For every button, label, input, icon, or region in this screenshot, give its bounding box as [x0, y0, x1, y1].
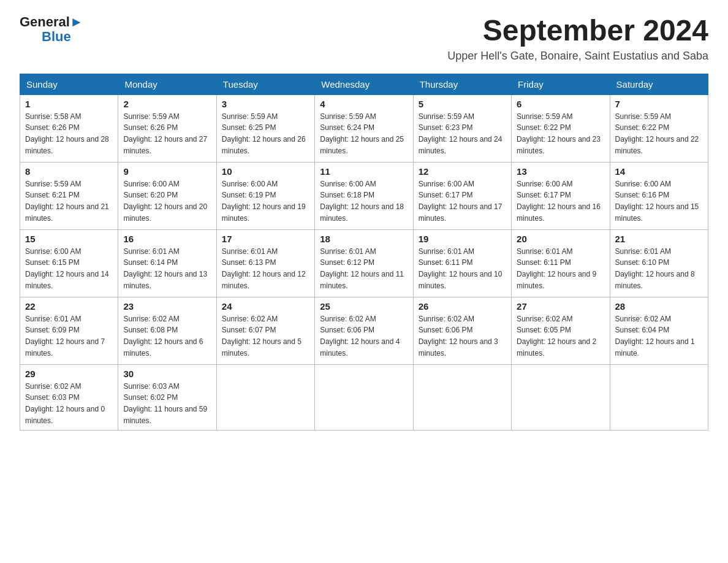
day-number: 29	[25, 369, 113, 379]
logo-blue: Blue	[42, 29, 71, 44]
calendar-day-cell: 26 Sunrise: 6:02 AMSunset: 6:06 PMDaylig…	[413, 297, 511, 364]
day-info: Sunrise: 5:59 AMSunset: 6:22 PMDaylight:…	[517, 112, 601, 155]
calendar-day-cell: 15 Sunrise: 6:00 AMSunset: 6:15 PMDaylig…	[20, 229, 118, 297]
day-info: Sunrise: 6:00 AMSunset: 6:18 PMDaylight:…	[320, 180, 404, 223]
calendar-day-cell: 21 Sunrise: 6:01 AMSunset: 6:10 PMDaylig…	[610, 229, 708, 297]
day-number: 16	[123, 234, 211, 244]
calendar-table: SundayMondayTuesdayWednesdayThursdayFrid…	[20, 74, 708, 431]
day-info: Sunrise: 5:59 AMSunset: 6:21 PMDaylight:…	[25, 180, 109, 223]
day-info: Sunrise: 6:02 AMSunset: 6:06 PMDaylight:…	[419, 315, 498, 358]
day-info: Sunrise: 6:01 AMSunset: 6:12 PMDaylight:…	[320, 247, 404, 290]
day-number: 12	[419, 166, 506, 177]
calendar-day-cell: 5 Sunrise: 5:59 AMSunset: 6:23 PMDayligh…	[413, 94, 511, 162]
weekday-header-wednesday: Wednesday	[315, 74, 413, 94]
day-info: Sunrise: 6:02 AMSunset: 6:04 PMDaylight:…	[615, 315, 695, 358]
day-number: 2	[123, 99, 211, 109]
calendar-day-cell: 1 Sunrise: 5:58 AMSunset: 6:26 PMDayligh…	[20, 94, 118, 162]
day-info: Sunrise: 6:00 AMSunset: 6:19 PMDaylight:…	[222, 180, 306, 223]
day-number: 13	[517, 166, 604, 177]
calendar-week-row: 29 Sunrise: 6:02 AMSunset: 6:03 PMDaylig…	[20, 364, 708, 430]
title-area: September 2024 Upper Hell's Gate, Bonair…	[447, 15, 708, 63]
day-number: 27	[517, 301, 604, 312]
day-info: Sunrise: 6:03 AMSunset: 6:02 PMDaylight:…	[123, 382, 207, 425]
calendar-day-cell	[315, 364, 413, 430]
calendar-day-cell: 27 Sunrise: 6:02 AMSunset: 6:05 PMDaylig…	[512, 297, 610, 364]
calendar-day-cell: 30 Sunrise: 6:03 AMSunset: 6:02 PMDaylig…	[118, 364, 216, 430]
day-info: Sunrise: 6:01 AMSunset: 6:10 PMDaylight:…	[615, 247, 695, 290]
calendar-day-cell: 23 Sunrise: 6:02 AMSunset: 6:08 PMDaylig…	[118, 297, 216, 364]
weekday-header-friday: Friday	[512, 74, 610, 94]
calendar-day-cell: 14 Sunrise: 6:00 AMSunset: 6:16 PMDaylig…	[610, 162, 708, 229]
day-info: Sunrise: 5:59 AMSunset: 6:22 PMDaylight:…	[615, 112, 699, 155]
day-info: Sunrise: 5:59 AMSunset: 6:23 PMDaylight:…	[419, 112, 502, 155]
day-number: 11	[320, 166, 408, 177]
calendar-day-cell	[610, 364, 708, 430]
calendar-day-cell: 6 Sunrise: 5:59 AMSunset: 6:22 PMDayligh…	[512, 94, 610, 162]
logo: General► Blue	[20, 15, 83, 44]
calendar-day-cell	[216, 364, 314, 430]
calendar-day-cell: 9 Sunrise: 6:00 AMSunset: 6:20 PMDayligh…	[118, 162, 216, 229]
calendar-day-cell: 13 Sunrise: 6:00 AMSunset: 6:17 PMDaylig…	[512, 162, 610, 229]
logo-general: General►	[20, 15, 83, 29]
calendar-week-row: 1 Sunrise: 5:58 AMSunset: 6:26 PMDayligh…	[20, 94, 708, 162]
day-number: 15	[25, 234, 113, 244]
calendar-day-cell: 18 Sunrise: 6:01 AMSunset: 6:12 PMDaylig…	[315, 229, 413, 297]
calendar-day-cell: 8 Sunrise: 5:59 AMSunset: 6:21 PMDayligh…	[20, 162, 118, 229]
day-info: Sunrise: 6:00 AMSunset: 6:15 PMDaylight:…	[25, 247, 109, 290]
calendar-day-cell: 19 Sunrise: 6:01 AMSunset: 6:11 PMDaylig…	[413, 229, 511, 297]
day-number: 26	[419, 301, 506, 312]
day-info: Sunrise: 5:58 AMSunset: 6:26 PMDaylight:…	[25, 112, 109, 155]
month-year-title: September 2024	[447, 15, 708, 47]
calendar-day-cell: 28 Sunrise: 6:02 AMSunset: 6:04 PMDaylig…	[610, 297, 708, 364]
calendar-day-cell: 11 Sunrise: 6:00 AMSunset: 6:18 PMDaylig…	[315, 162, 413, 229]
day-info: Sunrise: 6:02 AMSunset: 6:08 PMDaylight:…	[123, 315, 203, 358]
day-info: Sunrise: 6:02 AMSunset: 6:03 PMDaylight:…	[25, 382, 105, 425]
calendar-day-cell: 3 Sunrise: 5:59 AMSunset: 6:25 PMDayligh…	[216, 94, 314, 162]
day-info: Sunrise: 6:01 AMSunset: 6:11 PMDaylight:…	[419, 247, 502, 290]
day-info: Sunrise: 5:59 AMSunset: 6:26 PMDaylight:…	[123, 112, 207, 155]
calendar-day-cell: 20 Sunrise: 6:01 AMSunset: 6:11 PMDaylig…	[512, 229, 610, 297]
calendar-day-cell: 7 Sunrise: 5:59 AMSunset: 6:22 PMDayligh…	[610, 94, 708, 162]
calendar-day-cell: 29 Sunrise: 6:02 AMSunset: 6:03 PMDaylig…	[20, 364, 118, 430]
day-number: 4	[320, 99, 408, 109]
calendar-day-cell: 24 Sunrise: 6:02 AMSunset: 6:07 PMDaylig…	[216, 297, 314, 364]
calendar-day-cell	[413, 364, 511, 430]
day-number: 30	[123, 369, 211, 379]
calendar-day-cell: 4 Sunrise: 5:59 AMSunset: 6:24 PMDayligh…	[315, 94, 413, 162]
calendar-day-cell: 17 Sunrise: 6:01 AMSunset: 6:13 PMDaylig…	[216, 229, 314, 297]
day-info: Sunrise: 6:00 AMSunset: 6:16 PMDaylight:…	[615, 180, 699, 223]
day-number: 10	[222, 166, 309, 177]
day-number: 20	[517, 234, 604, 244]
day-info: Sunrise: 6:00 AMSunset: 6:17 PMDaylight:…	[419, 180, 502, 223]
day-number: 9	[123, 166, 211, 177]
day-info: Sunrise: 5:59 AMSunset: 6:25 PMDaylight:…	[222, 112, 306, 155]
weekday-header-saturday: Saturday	[610, 74, 708, 94]
day-number: 21	[615, 234, 703, 244]
location-subtitle: Upper Hell's Gate, Bonaire, Saint Eustat…	[447, 50, 708, 63]
day-info: Sunrise: 6:00 AMSunset: 6:17 PMDaylight:…	[517, 180, 601, 223]
day-number: 14	[615, 166, 703, 177]
logo-triangle-icon: ►	[70, 14, 83, 29]
calendar-week-row: 22 Sunrise: 6:01 AMSunset: 6:09 PMDaylig…	[20, 297, 708, 364]
day-number: 28	[615, 301, 703, 312]
weekday-header-thursday: Thursday	[413, 74, 511, 94]
calendar-day-cell: 16 Sunrise: 6:01 AMSunset: 6:14 PMDaylig…	[118, 229, 216, 297]
day-number: 5	[419, 99, 506, 109]
calendar-week-row: 15 Sunrise: 6:00 AMSunset: 6:15 PMDaylig…	[20, 229, 708, 297]
day-info: Sunrise: 6:01 AMSunset: 6:11 PMDaylight:…	[517, 247, 596, 290]
weekday-header-row: SundayMondayTuesdayWednesdayThursdayFrid…	[20, 74, 708, 94]
calendar-week-row: 8 Sunrise: 5:59 AMSunset: 6:21 PMDayligh…	[20, 162, 708, 229]
calendar-day-cell: 10 Sunrise: 6:00 AMSunset: 6:19 PMDaylig…	[216, 162, 314, 229]
day-info: Sunrise: 6:01 AMSunset: 6:14 PMDaylight:…	[123, 247, 207, 290]
weekday-header-monday: Monday	[118, 74, 216, 94]
day-info: Sunrise: 6:00 AMSunset: 6:20 PMDaylight:…	[123, 180, 207, 223]
calendar-day-cell: 12 Sunrise: 6:00 AMSunset: 6:17 PMDaylig…	[413, 162, 511, 229]
day-info: Sunrise: 5:59 AMSunset: 6:24 PMDaylight:…	[320, 112, 404, 155]
page-header: General► Blue September 2024 Upper Hell'…	[20, 15, 708, 63]
day-info: Sunrise: 6:01 AMSunset: 6:09 PMDaylight:…	[25, 315, 105, 358]
day-number: 3	[222, 99, 309, 109]
day-number: 23	[123, 301, 211, 312]
day-info: Sunrise: 6:01 AMSunset: 6:13 PMDaylight:…	[222, 247, 306, 290]
day-info: Sunrise: 6:02 AMSunset: 6:07 PMDaylight:…	[222, 315, 301, 358]
weekday-header-sunday: Sunday	[20, 74, 118, 94]
